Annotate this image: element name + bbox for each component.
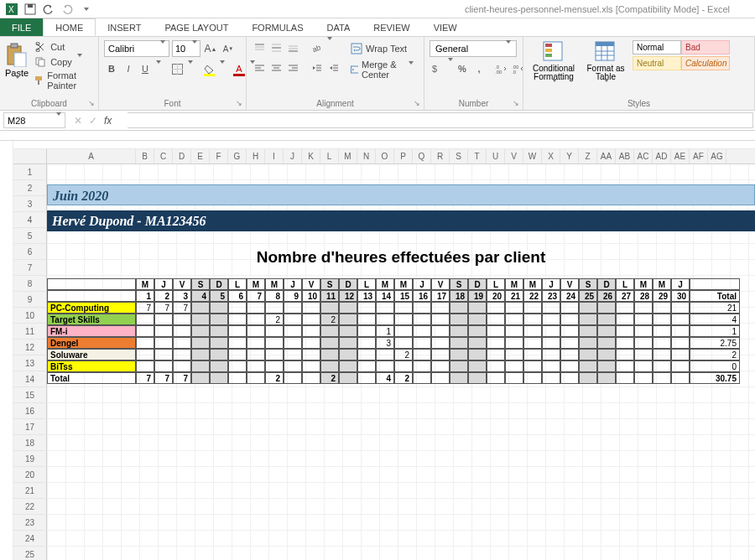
percent-button[interactable]: % <box>455 61 470 76</box>
cell[interactable] <box>634 314 653 325</box>
cell[interactable] <box>505 360 523 372</box>
cell[interactable] <box>505 349 523 360</box>
cell[interactable] <box>247 349 265 360</box>
cell[interactable] <box>468 314 487 325</box>
cell[interactable] <box>653 314 671 325</box>
cell[interactable] <box>154 325 173 337</box>
cell[interactable]: 7 <box>173 302 191 314</box>
tab-data[interactable]: DATA <box>315 18 362 36</box>
cell[interactable]: PC-Computing <box>47 302 136 314</box>
cell[interactable] <box>136 325 154 337</box>
format-as-table-button[interactable]: Format as Table <box>586 40 626 92</box>
cell[interactable] <box>284 302 302 314</box>
cell[interactable]: 2.75 <box>690 337 740 349</box>
cell[interactable] <box>468 302 487 314</box>
cell[interactable]: L <box>616 278 634 290</box>
cond-dropdown-icon[interactable] <box>550 82 557 92</box>
tab-insert[interactable]: INSERT <box>96 18 153 36</box>
cell[interactable] <box>228 360 247 372</box>
cell[interactable]: 1 <box>690 325 740 337</box>
cell[interactable] <box>597 360 616 372</box>
cell[interactable]: J <box>154 278 173 290</box>
column-header[interactable]: V <box>505 149 523 163</box>
cell[interactable] <box>431 372 450 384</box>
cell[interactable]: 16 <box>413 290 431 302</box>
clipboard-dialog-launcher[interactable]: ↘ <box>86 98 96 108</box>
fill-dropdown-icon[interactable] <box>218 64 225 74</box>
cell[interactable] <box>468 325 487 337</box>
wrap-text-button[interactable]: Wrap Text <box>346 40 419 57</box>
row-header[interactable]: 9 <box>13 292 47 308</box>
cell[interactable] <box>579 314 597 325</box>
cell[interactable]: 7 <box>154 302 173 314</box>
cell[interactable] <box>450 325 468 337</box>
cell[interactable] <box>523 314 542 325</box>
cell[interactable] <box>413 314 431 325</box>
tab-pagelayout[interactable]: PAGE LAYOUT <box>153 18 240 36</box>
cell[interactable] <box>413 349 431 360</box>
cell[interactable] <box>487 325 505 337</box>
cell[interactable] <box>265 337 284 349</box>
cell[interactable]: J <box>671 278 690 290</box>
cell[interactable] <box>450 372 468 384</box>
row-header[interactable]: 5 <box>13 228 47 244</box>
cell[interactable] <box>450 302 468 314</box>
bold-button[interactable]: B <box>104 61 119 76</box>
cell[interactable]: 5 <box>210 290 228 302</box>
cell[interactable] <box>394 360 413 372</box>
conditional-formatting-button[interactable]: Conditional Formatting <box>528 40 579 92</box>
style-bad[interactable]: Bad <box>681 40 730 54</box>
cell[interactable]: 28 <box>634 290 653 302</box>
column-header[interactable]: AF <box>690 149 708 163</box>
cell[interactable]: 29 <box>653 290 671 302</box>
cell[interactable] <box>505 302 523 314</box>
cell[interactable]: 8 <box>265 290 284 302</box>
cell[interactable]: S <box>450 278 468 290</box>
cell[interactable] <box>523 325 542 337</box>
cell[interactable]: 2 <box>265 372 284 384</box>
cell[interactable]: M <box>653 278 671 290</box>
cell[interactable] <box>560 325 579 337</box>
column-header[interactable]: J <box>284 149 302 163</box>
cell[interactable] <box>560 360 579 372</box>
cell[interactable] <box>320 325 339 337</box>
paste-button[interactable]: Paste <box>5 40 29 91</box>
cell[interactable]: 13 <box>357 290 376 302</box>
cell[interactable] <box>616 325 634 337</box>
column-header[interactable]: AD <box>653 149 671 163</box>
cell[interactable] <box>487 337 505 349</box>
cell[interactable]: 20 <box>487 290 505 302</box>
cell[interactable] <box>247 314 265 325</box>
cell[interactable]: Dengel <box>47 337 136 349</box>
column-header[interactable]: T <box>468 149 487 163</box>
cell[interactable] <box>284 337 302 349</box>
accounting-format-button[interactable]: $ <box>430 61 445 76</box>
cell[interactable] <box>468 349 487 360</box>
cell[interactable] <box>210 360 228 372</box>
cell[interactable] <box>505 372 523 384</box>
cell[interactable] <box>690 278 740 290</box>
column-header[interactable]: Y <box>560 149 579 163</box>
cell[interactable] <box>228 349 247 360</box>
cell[interactable] <box>634 349 653 360</box>
cell[interactable] <box>671 325 690 337</box>
cell[interactable]: FM-i <box>47 325 136 337</box>
enter-icon[interactable]: ✓ <box>89 115 97 127</box>
column-header[interactable]: E <box>191 149 210 163</box>
cell[interactable]: M <box>247 278 265 290</box>
cell[interactable] <box>616 337 634 349</box>
fill-color-button[interactable] <box>201 61 216 76</box>
cell[interactable]: 23 <box>542 290 560 302</box>
cell[interactable] <box>228 314 247 325</box>
row-header[interactable]: 6 <box>13 244 47 260</box>
cell[interactable] <box>357 360 376 372</box>
cell[interactable]: L <box>357 278 376 290</box>
row-header[interactable]: 19 <box>13 451 47 467</box>
cell[interactable]: 2 <box>394 372 413 384</box>
style-calc[interactable]: Calculation <box>681 56 730 70</box>
cell[interactable]: Total <box>47 372 136 384</box>
cell[interactable] <box>671 302 690 314</box>
cell[interactable] <box>597 314 616 325</box>
cell[interactable] <box>136 349 154 360</box>
cell[interactable]: 7 <box>154 372 173 384</box>
